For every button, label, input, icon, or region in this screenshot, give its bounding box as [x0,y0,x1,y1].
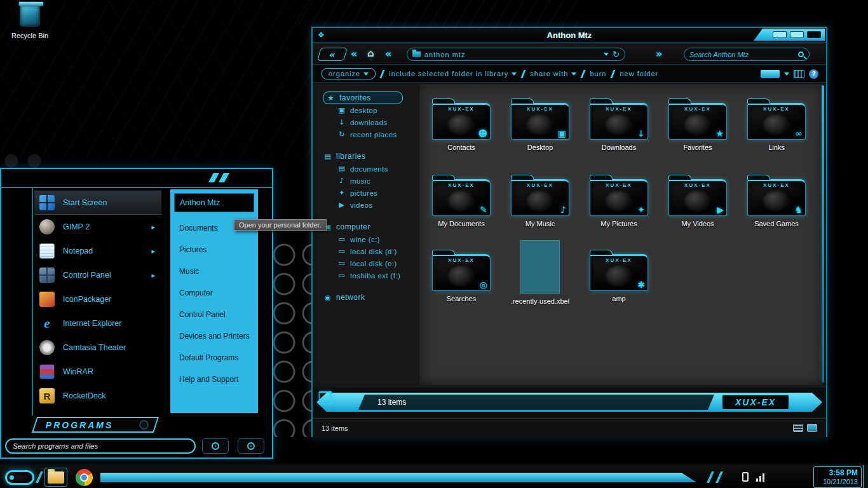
sidebar-item-toshiba-ext-f[interactable]: ▭ toshiba ext (f:) [323,269,418,281]
startmenu-item-gimp-2[interactable]: GIMP 2 ▸ [34,215,161,239]
address-bar[interactable]: anthon mtz ↻ [407,48,625,61]
startmenu-item-start-screen[interactable]: Start Screen [34,191,161,215]
folder-item[interactable]: XUX-EX ♞ Saved Games [745,179,808,227]
tray-network-icon[interactable] [756,473,764,482]
taskbar-chrome-button[interactable] [72,468,95,487]
new-folder-button[interactable]: new folder [620,70,658,78]
sidebar-item-documents[interactable]: ▤ documents [323,163,418,175]
sidebar-item-desktop[interactable]: ▣ desktop [323,104,418,116]
startmenu-search-input[interactable] [13,442,188,450]
folder-item[interactable]: XUX-EX ✎ My Documents [430,179,493,227]
folder-item[interactable]: XUX-EX ☻ Contacts [430,103,493,151]
back-button[interactable]: « [317,48,348,61]
close-button[interactable] [807,31,821,38]
taskbar-clock[interactable]: 3:58 PM 10/21/2013 [813,466,862,488]
maximize-button[interactable] [790,31,804,38]
home-icon[interactable]: ⌂ [367,48,374,59]
startmenu-item-camtasia-theater[interactable]: Camtasia Theater [34,336,161,360]
folder-item[interactable]: XUX-EX ★ Favorites [666,103,729,151]
startmenu-search-box[interactable] [5,438,196,454]
sidebar-item-videos[interactable]: ▶ videos [323,199,418,211]
sidebar-section-libraries[interactable]: ▤ libraries [323,150,418,163]
window-titlebar[interactable]: ❖ Anthon Mtz [313,28,826,43]
programs-label: PROGRAMS [46,420,113,430]
help-button[interactable]: ? [809,69,818,79]
help-support-link[interactable]: Help and Support [174,369,254,390]
startmenu-item-rocketdock[interactable]: R RocketDock [34,384,161,408]
programs-button[interactable]: PROGRAMS [32,417,159,433]
status-items-count: 13 items [377,398,406,407]
folder-item[interactable]: XUX-EX ▣ Desktop [508,103,572,151]
chevron-left-icon[interactable]: « [385,48,391,60]
sidebar-item-music[interactable]: ♪ music [323,175,418,187]
chevron-down-icon [512,72,517,76]
shutdown-button[interactable] [202,438,229,454]
default-programs-link[interactable]: Default Programs [174,347,254,369]
chevron-right-icon[interactable]: » [656,48,662,60]
folder-icon: XUX-EX ✦ [590,179,648,216]
change-view-button[interactable] [794,70,804,78]
window-frame-decor [822,85,824,383]
control-panel-link[interactable]: Control Panel [174,304,254,325]
chevron-down-icon[interactable] [784,72,789,76]
startmenu-item-internet-explorer[interactable]: e Internet Explorer [34,311,161,336]
recycle-bin[interactable]: Recycle Bin [6,4,53,39]
music-icon: ♪ [560,205,566,215]
folder-item[interactable]: XUX-EX ✱ amp [587,254,651,302]
sidebar-item-pictures[interactable]: ✦ pictures [323,187,418,199]
devices-printers-link[interactable]: Devices and Printers [174,325,254,347]
folder-label: Searches [430,295,493,302]
share-with-button[interactable]: share with [530,70,576,78]
search-icon[interactable] [798,51,804,57]
sidebar-item-downloads[interactable]: ↓ downloads [323,116,418,128]
user-profile-link[interactable]: Anthon Mtz [174,193,254,212]
sidebar-item-local-disk-e[interactable]: ▭ local disk (e:) [323,257,418,269]
taskbar-explorer-button[interactable] [44,468,67,487]
search-input[interactable] [689,51,794,58]
burn-button[interactable]: burn [590,70,606,78]
details-view-icon[interactable] [793,424,803,432]
chrome-icon [76,469,93,486]
start-button[interactable] [5,470,34,485]
music-icon: ♪ [337,177,347,185]
folder-item[interactable]: XUX-EX ✦ My Pictures [587,179,651,227]
large-icons-view-icon[interactable] [807,424,817,432]
organize-button[interactable]: organize [322,68,376,79]
folder-item[interactable]: XUX-EX ♪ My Music [508,179,572,227]
toolbar-divider [581,70,586,78]
preview-pane-button[interactable] [761,70,780,78]
lock-button[interactable] [238,438,264,454]
file-item[interactable]: .recently-used.xbel [508,240,572,305]
folder-item[interactable]: XUX-EX ◎ Searches [430,254,493,302]
tray-device-icon[interactable] [742,472,749,482]
startmenu-item-control-panel[interactable]: Control Panel ▸ [34,263,161,287]
sidebar-section-computer[interactable]: ▣ computer [323,220,418,233]
camtasia-icon [39,340,55,355]
brand-badge: XUX-EX [722,395,789,410]
pictures-link[interactable]: Pictures [174,239,254,261]
computer-link[interactable]: Computer [174,282,254,304]
show-desktop-button[interactable] [863,465,868,488]
minimize-button[interactable] [773,31,787,38]
breadcrumb[interactable]: anthon mtz [424,51,465,58]
control-panel-icon [39,268,55,283]
sidebar-section-network[interactable]: ◉ network [323,291,418,304]
startmenu-item-winrar[interactable]: WinRAR [34,360,161,384]
wallpaper-pattern [299,0,578,28]
programs-orb-icon[interactable] [139,420,149,430]
startmenu-item-iconpackager[interactable]: IconPackager [34,287,161,311]
folder-item[interactable]: XUX-EX ∞ Links [745,103,808,151]
folder-item[interactable]: XUX-EX ↓ Downloads [587,103,651,151]
sidebar-item-recent-places[interactable]: ↻ recent places [323,128,418,140]
refresh-icon[interactable]: ↻ [613,50,620,58]
chevron-left-icon[interactable]: « [351,48,357,60]
sidebar-item-local-disk-d[interactable]: ▭ local disk (d:) [323,245,418,257]
folder-item[interactable]: XUX-EX ▶ My Videos [666,179,729,227]
search-box[interactable] [684,48,810,61]
sidebar-section-favorites[interactable]: ★ favorites [323,92,403,104]
sidebar-item-wine-c[interactable]: ▭ wine (c:) [323,233,418,245]
address-dropdown-icon[interactable] [604,53,609,56]
startmenu-item-notepad[interactable]: Notepad ▸ [34,239,161,263]
include-in-library-button[interactable]: include selected folder in library [389,70,517,78]
music-link[interactable]: Music [174,261,254,282]
